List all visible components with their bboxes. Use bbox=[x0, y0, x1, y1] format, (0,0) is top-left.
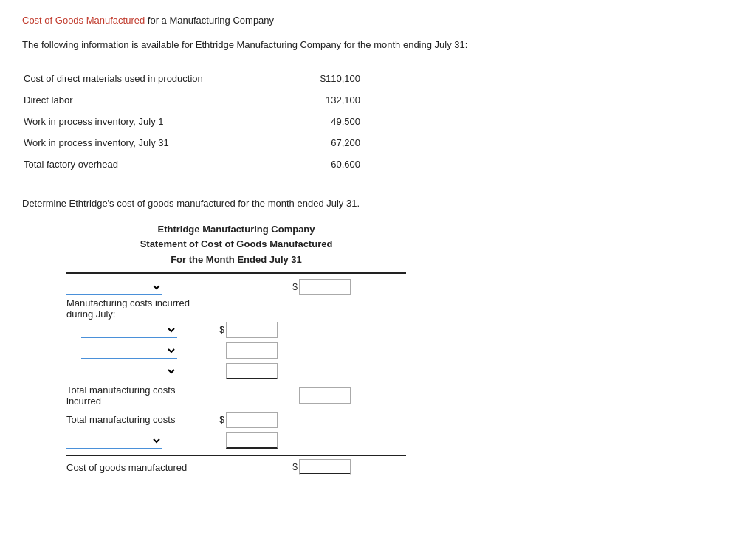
mfg-sub-row-2: Direct labor bbox=[66, 340, 406, 361]
given-data-value: 132,100 bbox=[261, 90, 390, 110]
mfg-sub-dropdown-2[interactable]: Direct labor bbox=[81, 342, 177, 359]
given-data-label: Work in process inventory, July 31 bbox=[24, 133, 260, 153]
given-data-row: Work in process inventory, July 149,500 bbox=[24, 111, 390, 131]
given-data-row: Direct labor132,100 bbox=[24, 90, 390, 110]
title-rest: for a Manufacturing Company bbox=[145, 15, 274, 26]
statement-header: Ethtridge Manufacturing Company Statemen… bbox=[66, 222, 406, 268]
statement-title: Statement of Cost of Goods Manufactured bbox=[66, 237, 406, 252]
cogm-input[interactable] bbox=[299, 459, 351, 475]
mfg-sub-label-2: Direct labor bbox=[66, 342, 210, 359]
wip-july1-row: Work in process inventory, July 1 $ bbox=[66, 277, 406, 297]
statement-container: Ethtridge Manufacturing Company Statemen… bbox=[66, 222, 406, 476]
mfg-sub-row-3: Factory overhead Total factory overhead bbox=[66, 361, 406, 382]
given-data-label: Cost of direct materials used in product… bbox=[24, 69, 260, 89]
mfg-sub-input-2[interactable] bbox=[226, 342, 278, 359]
mfg-costs-label-row: Manufacturing costs incurred during July… bbox=[66, 297, 406, 320]
mfg-sub-row-1: Direct materials Cost of direct material… bbox=[66, 320, 406, 340]
total-mfg-costs-input-1[interactable] bbox=[226, 412, 278, 428]
dollar-sign-1: $ bbox=[292, 282, 298, 292]
mfg-sub-dropdown-3[interactable]: Factory overhead Total factory overhead bbox=[81, 363, 177, 379]
given-data-table: Cost of direct materials used in product… bbox=[22, 67, 391, 176]
page-title: Cost of Goods Manufactured for a Manufac… bbox=[22, 15, 734, 26]
given-data-label: Total factory overhead bbox=[24, 154, 260, 174]
given-data-value: $110,100 bbox=[261, 69, 390, 89]
title-highlight: Cost of Goods Manufactured bbox=[22, 15, 145, 26]
dollar-sign-4: $ bbox=[292, 462, 298, 472]
wip-july31-label: Work in process inventory, July 31 bbox=[66, 432, 210, 449]
determine-text: Determine Ethtridge's cost of goods manu… bbox=[22, 198, 734, 209]
given-data-value: 49,500 bbox=[261, 111, 390, 131]
total-mfg-incurred-row: Total manufacturing costs incurred bbox=[66, 384, 406, 407]
given-data-label: Work in process inventory, July 1 bbox=[24, 111, 260, 131]
mfg-sub-dropdown-1[interactable]: Direct materials Cost of direct material… bbox=[81, 322, 177, 338]
total-mfg-costs-row: Total manufacturing costs $ bbox=[66, 410, 406, 430]
given-data-value: 60,600 bbox=[261, 154, 390, 174]
given-data-row: Total factory overhead60,600 bbox=[24, 154, 390, 174]
dollar-sign-3: $ bbox=[219, 415, 224, 425]
statement-body: Work in process inventory, July 1 $ Manu… bbox=[66, 272, 406, 476]
wip-july31-dropdown[interactable]: Work in process inventory, July 31 bbox=[66, 432, 162, 449]
wip-july1-dropdown[interactable]: Work in process inventory, July 1 bbox=[66, 279, 162, 295]
mfg-sub-input-3[interactable] bbox=[226, 363, 278, 379]
given-data-row: Work in process inventory, July 3167,200 bbox=[24, 133, 390, 153]
wip-july31-row: Work in process inventory, July 31 bbox=[66, 430, 406, 451]
intro-text: The following information is available f… bbox=[22, 38, 734, 52]
wip-july1-col3: $ bbox=[281, 279, 351, 295]
given-data-row: Cost of direct materials used in product… bbox=[24, 69, 390, 89]
mfg-sub-input-1[interactable] bbox=[226, 322, 278, 338]
dollar-sign-2: $ bbox=[219, 325, 224, 335]
cogm-label: Cost of goods manufactured bbox=[66, 462, 210, 473]
mfg-sub-label-3: Factory overhead Total factory overhead bbox=[66, 363, 210, 379]
company-name: Ethtridge Manufacturing Company bbox=[66, 222, 406, 238]
mfg-sub-label-1: Direct materials Cost of direct material… bbox=[66, 322, 210, 338]
given-data-value: 67,200 bbox=[261, 133, 390, 153]
mfg-costs-label: Manufacturing costs incurred during July… bbox=[66, 297, 210, 320]
given-data-label: Direct labor bbox=[24, 90, 260, 110]
wip-july1-input[interactable] bbox=[299, 279, 351, 295]
cogm-row: Cost of goods manufactured $ bbox=[66, 455, 406, 476]
statement-period: For the Month Ended July 31 bbox=[66, 252, 406, 268]
total-mfg-costs-label: Total manufacturing costs bbox=[66, 414, 210, 425]
total-mfg-incurred-label: Total manufacturing costs incurred bbox=[66, 384, 210, 407]
wip-july1-label: Work in process inventory, July 1 bbox=[66, 279, 210, 295]
wip-july31-input[interactable] bbox=[226, 432, 278, 449]
total-mfg-incurred-input[interactable] bbox=[299, 387, 351, 404]
